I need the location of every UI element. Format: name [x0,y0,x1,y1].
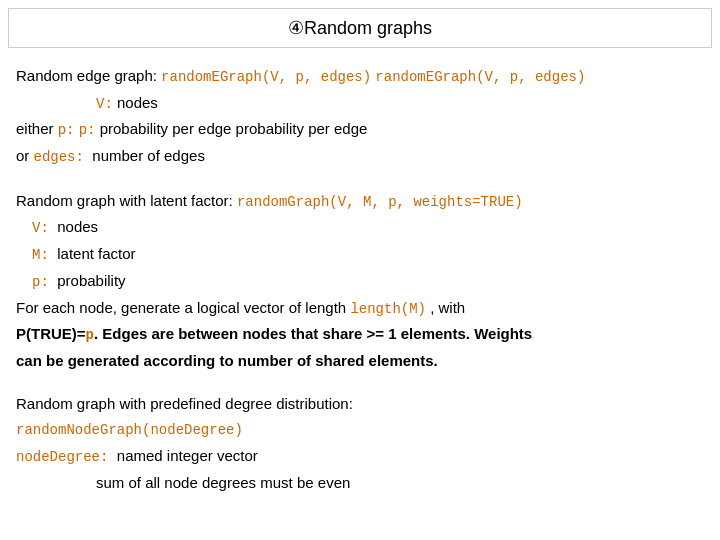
section2-m-text: latent factor [57,245,135,262]
section2-with-text: , with [430,299,465,316]
section3-sum-line: sum of all node degrees must be even [16,471,704,494]
section2-heading-code: randomGraph(V, M, p, weights=TRUE) [237,194,523,210]
section1-v-text: nodes [117,94,158,111]
section2-generated-text: can be generated according to number of … [16,352,438,369]
section1-p-text-val: probability per edge [236,120,368,137]
section2-ptrue-code: p [86,327,94,343]
section1-p-code: p: [58,122,75,138]
section1-heading-text: Random edge graph: [16,67,157,84]
section-predefined-degree: Random graph with predefined degree dist… [16,392,704,494]
section3-sum-text: sum of all node degrees must be even [96,474,350,491]
section-latent-factor: Random graph with latent factor: randomG… [16,189,704,372]
section1-edges-text: number of edges [92,147,205,164]
section2-for-each-line: For each node, generate a logical vector… [16,296,704,321]
section2-length-code: length(M) [350,301,426,317]
section2-p-line: p: probability [16,269,704,294]
section2-p-text: probability [57,272,125,289]
section2-heading-text: Random graph with latent factor: [16,192,237,209]
section-random-edge-graph: Random edge graph: randomEGraph(V, p, ed… [16,64,704,169]
section2-ptrue-rest: . Edges are between nodes that share >= … [94,325,532,342]
section1-p-code-val: p: [79,122,96,138]
section1-p-text: probability per edge [100,120,232,137]
section3-nodedegree-desc1: named integer vector [117,447,258,464]
section3-heading-line: Random graph with predefined degree dist… [16,392,704,415]
section1-line3: or edges: number of edges [16,144,704,169]
section2-v-code: V: [32,220,57,236]
section3-code-line: randomNodeGraph(nodeDegree) [16,417,704,442]
section2-heading-line: Random graph with latent factor: randomG… [16,189,704,214]
section1-heading-line: Random edge graph: randomEGraph(V, p, ed… [16,64,704,89]
page-container: ④Random graphs Random edge graph: random… [0,0,720,540]
section2-m-line: M: latent factor [16,242,704,267]
section1-or-text: or [16,147,29,164]
section3-heading-text: Random graph with predefined degree dist… [16,395,353,412]
section3-code: randomNodeGraph(nodeDegree) [16,422,243,438]
section1-v-label: V: [96,96,113,112]
section2-ptrue-bold: P(TRUE)= [16,325,86,342]
section1-line1: V: nodes [16,91,704,116]
section2-ptrue-line: P(TRUE)=p. Edges are between nodes that … [16,322,704,347]
section2-for-each-text: For each node, generate a logical vector… [16,299,350,316]
section1-heading-code: randomEGraph(V, p, edges) [161,69,371,85]
section1-edges-code: edges: [34,149,93,165]
section2-generated-line: can be generated according to number of … [16,349,704,372]
title-bar: ④Random graphs [8,8,712,48]
section2-p-code: p: [32,274,57,290]
title-text: Random graphs [304,18,432,38]
title-circled-number: ④ [288,18,304,38]
section1-line2: either p: p: probability per edge probab… [16,117,704,142]
section2-m-code: M: [32,247,57,263]
section2-v-text: nodes [57,218,98,235]
section3-nodedegree-line: nodeDegree: named integer vector [16,444,704,469]
section1-heading-code-val: randomEGraph(V, p, edges) [375,69,585,85]
section1-either-text: either [16,120,54,137]
section3-nodedegree-label: nodeDegree: [16,449,117,465]
content-area: Random edge graph: randomEGraph(V, p, ed… [0,48,720,540]
section2-v-line: V: nodes [16,215,704,240]
